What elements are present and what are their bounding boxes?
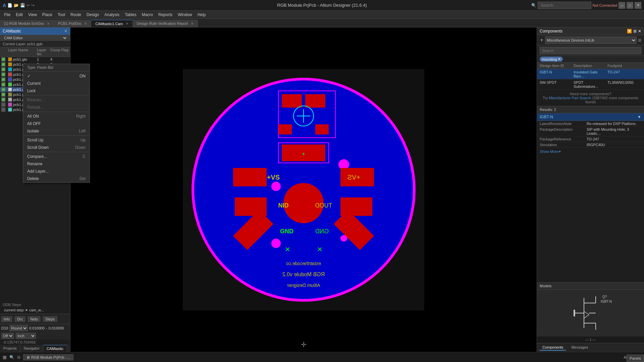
canvas-area[interactable]: + +VS +VS NID TUOD [70, 27, 537, 352]
panels-button[interactable]: Panels [627, 355, 644, 362]
menu-window[interactable]: Window [175, 12, 195, 18]
menu-design[interactable]: Design [84, 12, 102, 18]
layer-check-8[interactable]: ✓ [1, 93, 5, 97]
filter-icon[interactable]: 🔽 [627, 29, 632, 34]
new-icon[interactable]: 📄 [7, 3, 12, 8]
mfr-search-link[interactable]: Manufacturer Part Search [549, 96, 591, 100]
info-btn[interactable]: Info [1, 316, 12, 322]
menu-tool[interactable]: Tool [55, 12, 68, 18]
tab-navigator[interactable]: Navigator [20, 345, 43, 352]
save-icon[interactable]: 💾 [20, 3, 25, 8]
nets-btn[interactable]: Nets [28, 316, 40, 322]
ctx-item-compare[interactable]: Compare... C [23, 153, 90, 160]
title-search-input[interactable] [538, 2, 591, 9]
menu-place[interactable]: Place [40, 12, 55, 18]
ctx-item-all-on[interactable]: All ON Right [23, 113, 90, 120]
grid-icon[interactable]: ⊞ [633, 29, 637, 34]
tab-drc[interactable]: Design Rule Verification Report ✕ [133, 20, 198, 27]
undo-icon[interactable]: ↩ [26, 3, 30, 8]
close-right-panel-icon[interactable]: ✕ [638, 29, 641, 34]
minimize-button[interactable]: — [619, 2, 625, 9]
menu-reports[interactable]: Reports [156, 12, 175, 18]
taskbar-start-icon[interactable]: ⊞ [3, 355, 7, 360]
component-search-input[interactable] [540, 47, 641, 54]
tab-projects[interactable]: Projects [0, 345, 20, 352]
layer-check-gto[interactable]: ✓ [1, 57, 5, 61]
drc-btn[interactable]: Drc [15, 316, 25, 322]
ctx-item-all-off[interactable]: All OFF [23, 120, 90, 127]
menu-help[interactable]: Help [195, 12, 209, 18]
prop-package-ref: PackageReference TO-247 [537, 136, 644, 142]
layer-check-9[interactable]: ✓ [1, 98, 5, 102]
menu-tables[interactable]: Tables [122, 12, 139, 18]
svg-text:✕: ✕ [317, 246, 323, 253]
cam-close-icon[interactable]: ✕ [64, 29, 67, 34]
prop-value-pkgref: TO-247 [587, 137, 641, 141]
svg-text:TUOD: TUOD [315, 202, 332, 209]
menu-view[interactable]: View [25, 12, 40, 18]
tab-schDoc-close[interactable]: ✕ [47, 22, 50, 25]
layer-check-gtl[interactable]: ✓ [1, 72, 5, 76]
ctx-delete-shortcut: Del [79, 176, 86, 181]
ctx-compare-label: Compare... [27, 154, 47, 159]
ctx-item-on[interactable]: ON [23, 72, 90, 80]
ctx-item-current[interactable]: Current [23, 80, 90, 87]
layer-check-gbl[interactable]: ✓ [1, 77, 5, 81]
ctx-item-isolate[interactable]: Isolate Left [23, 127, 90, 135]
right-panel: Components 🔽 ⊞ ✕ ▼ Miscellaneous Devices… [537, 27, 644, 352]
maximize-button[interactable]: □ [627, 2, 633, 9]
library-select[interactable]: Miscellaneous Devices.IntLib [545, 37, 637, 44]
open-icon[interactable]: 📂 [14, 3, 19, 8]
layer-check-gbp[interactable]: ✓ [1, 87, 5, 92]
tab-camtastic[interactable]: CAMtastic1.Cam ✕ [91, 20, 133, 27]
show-more-btn[interactable]: Show More ▸ [537, 148, 644, 155]
layer-check-gtp[interactable]: ✓ [1, 62, 5, 66]
menu-file[interactable]: File [1, 12, 13, 18]
ctx-item-delete[interactable]: Delete Del [23, 175, 90, 182]
layer-row-gto[interactable]: ✓ pcb1.gto 1 4 [0, 57, 70, 62]
filter-chip-remove[interactable]: ✕ [558, 57, 561, 61]
grid-type-select[interactable]: Round [9, 325, 28, 331]
taskbar-apps-icon[interactable]: ⊞ [17, 355, 20, 360]
ctx-scroll-up-shortcut: Up [80, 138, 86, 142]
ctx-item-add-layer[interactable]: Add Layer... [23, 168, 90, 175]
taskbar-search-icon[interactable]: 🔍 [9, 355, 14, 360]
tab-components-bottom[interactable]: Components [540, 345, 566, 351]
snap-select[interactable]: Off [1, 333, 14, 339]
taskbar-app-btn[interactable]: 🖥 RGB Module.PrjPcb - ... [23, 354, 73, 360]
tab-messages-bottom[interactable]: Messages [569, 345, 591, 351]
tab-camtastic-bottom[interactable]: CAMtastic [43, 345, 67, 352]
comp-row-igbt[interactable]: IGBT-N Insulated Gate Bipo... TO-247 [537, 69, 644, 79]
svg-rect-9 [315, 124, 329, 134]
col-layer-no: Layer No [37, 48, 50, 56]
redo-icon[interactable]: ↪ [31, 3, 35, 8]
comp-row-swspdt[interactable]: SW-SPDT SPDT Subminiature... TL36WW1S050 [537, 79, 644, 90]
layer-check-gbs[interactable]: ✓ [1, 82, 5, 86]
layer-check-gts[interactable]: ✓ [1, 67, 5, 71]
cam-editor-select[interactable]: CAM Editor [3, 36, 67, 40]
tab-pcbDoc[interactable]: PCB1.PcbDoc ✕ [54, 20, 91, 27]
grid-view-icon[interactable]: ⊞ [638, 38, 641, 43]
ctx-isolate-shortcut: Left [79, 129, 86, 133]
steps-btn[interactable]: Steps [43, 316, 57, 322]
menu-macro[interactable]: Macro [139, 12, 156, 18]
selected-component-row[interactable]: IGBT-N ▼ [537, 113, 644, 121]
expand-icon[interactable]: ▼ [637, 115, 641, 119]
ctx-item-lock[interactable]: Lock [23, 87, 90, 95]
menu-route[interactable]: Route [68, 12, 84, 18]
ctx-item-scroll-down[interactable]: Scroll Down Down [23, 144, 90, 151]
layer-check-10[interactable] [1, 103, 5, 107]
svg-rect-4 [305, 94, 325, 108]
tab-schDoc[interactable]: [1] RGB Module.SchDoc ✕ [0, 20, 54, 27]
odb-step-item[interactable]: cam_w... [29, 308, 44, 312]
close-button[interactable]: ✕ [635, 2, 641, 9]
menu-analysis[interactable]: Analysis [102, 12, 122, 18]
tab-drc-close[interactable]: ✕ [191, 22, 194, 25]
tab-pcbDoc-close[interactable]: ✕ [84, 22, 87, 25]
ctx-item-rename[interactable]: Rename [23, 160, 90, 168]
tab-camtastic-close[interactable]: ✕ [126, 22, 128, 25]
unit-select[interactable]: Inch [16, 333, 36, 339]
layer-check-11[interactable] [1, 108, 5, 112]
ctx-item-scroll-up[interactable]: Scroll Up Up [23, 136, 90, 144]
menu-edit[interactable]: Edit [13, 12, 25, 18]
